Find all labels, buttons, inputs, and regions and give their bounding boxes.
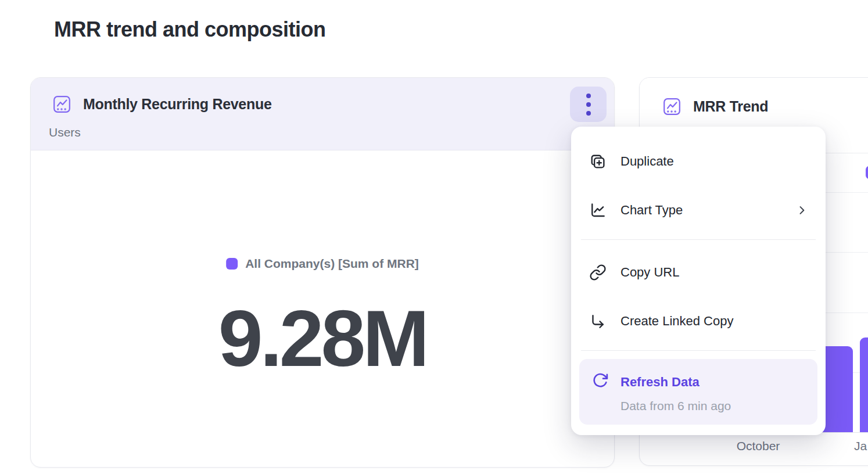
trend-card-title: MRR Trend — [693, 98, 768, 115]
refresh-data-age-text: Data from 6 min ago — [620, 399, 808, 413]
page-title: MRR trend and composition — [54, 17, 326, 42]
mrr-card-title: Monthly Recurring Revenue — [83, 96, 272, 113]
kebab-menu-icon — [586, 94, 591, 98]
mrr-big-number: 9.28M — [218, 274, 427, 403]
card-options-button[interactable] — [570, 87, 607, 122]
menu-item-chart-type[interactable]: Chart Type — [579, 186, 817, 235]
trend-card-title-row: MRR Trend — [663, 98, 768, 116]
x-tick-october: October — [716, 439, 801, 453]
mrr-card-header: Monthly Recurring Revenue Users — [31, 78, 614, 150]
trend-bar[interactable] — [860, 337, 868, 432]
menu-item-label: Duplicate — [620, 154, 674, 169]
menu-item-create-linked-copy[interactable]: Create Linked Copy — [579, 297, 817, 346]
mrr-legend: All Company(s) [Sum of MRR] — [226, 257, 419, 271]
duplicate-icon — [589, 153, 607, 170]
link-icon — [589, 264, 607, 281]
x-tick-january-partial: Ja — [854, 439, 867, 453]
legend-swatch-icon — [226, 258, 238, 270]
menu-divider — [581, 239, 816, 240]
chart-widget-icon — [663, 98, 681, 116]
chart-type-icon — [589, 202, 607, 219]
menu-item-copy-url[interactable]: Copy URL — [579, 248, 817, 297]
menu-item-refresh-data[interactable]: Refresh Data Data from 6 min ago — [579, 359, 817, 425]
linked-copy-arrow-icon — [589, 313, 607, 330]
menu-divider — [581, 350, 816, 351]
mrr-card-title-row: Monthly Recurring Revenue — [53, 95, 272, 113]
mrr-card-subtitle: Users — [49, 125, 81, 139]
menu-item-label: Copy URL — [620, 265, 679, 280]
menu-item-label: Chart Type — [620, 203, 683, 218]
legend-label: All Company(s) [Sum of MRR] — [245, 257, 419, 271]
chevron-right-icon — [796, 204, 808, 216]
menu-item-label: Refresh Data — [620, 375, 700, 390]
chart-widget-icon — [53, 95, 71, 113]
legend-swatch-icon — [866, 166, 868, 179]
card-context-menu: Duplicate Chart Type Copy URL — [571, 127, 826, 435]
mrr-card: Monthly Recurring Revenue Users All Comp… — [30, 77, 615, 468]
menu-item-duplicate[interactable]: Duplicate — [579, 137, 817, 186]
menu-item-label: Create Linked Copy — [620, 314, 733, 329]
refresh-icon — [591, 372, 609, 393]
